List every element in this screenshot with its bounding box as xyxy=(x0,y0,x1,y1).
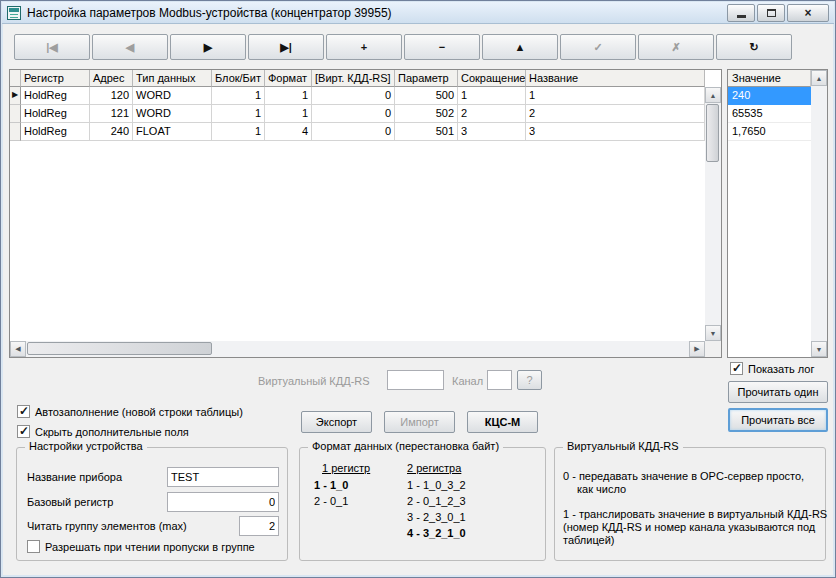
window-controls: × xyxy=(727,4,834,22)
maximize-button[interactable] xyxy=(757,4,785,22)
close-button[interactable]: × xyxy=(787,4,829,22)
title-bar[interactable]: Настройка параметров Modbus-устройства (… xyxy=(2,2,834,24)
scrollbar-thumb[interactable] xyxy=(27,342,212,355)
grid-cell[interactable]: 2 xyxy=(526,105,705,123)
virtual-kdd-info-line: таблицей) xyxy=(563,534,615,546)
show-log-checkbox[interactable]: Показать лог xyxy=(730,362,815,375)
scroll-up-icon[interactable]: ▲ xyxy=(811,70,827,86)
value-row[interactable]: 65535 xyxy=(728,105,811,123)
grid-cell[interactable]: 0 xyxy=(312,105,395,123)
grid-cell[interactable]: 1 xyxy=(212,87,265,105)
grid-cell[interactable]: HoldReg xyxy=(21,87,90,105)
value-row[interactable]: 1,7650 xyxy=(728,123,811,141)
checkbox-checked-icon xyxy=(17,425,30,438)
column-header-address: Адрес xyxy=(90,70,133,87)
column-header-register: Регистр xyxy=(21,70,90,87)
checkbox-checked-icon xyxy=(17,405,30,418)
scroll-left-icon[interactable]: ◀ xyxy=(10,341,26,357)
hide-fields-checkbox-label: Скрыть дополнительные поля xyxy=(35,426,189,438)
autofill-checkbox[interactable]: Автозаполнение (новой строки таблицы) xyxy=(17,405,243,418)
scroll-down-icon[interactable]: ▼ xyxy=(705,325,721,341)
hide-fields-checkbox[interactable]: Скрыть дополнительные поля xyxy=(17,425,189,438)
modbus-settings-window: Настройка параметров Modbus-устройства (… xyxy=(0,0,836,578)
grid-cell[interactable]: 240 xyxy=(90,123,133,141)
read-all-button[interactable]: Прочитать все xyxy=(728,408,828,432)
scrollbar-thumb[interactable] xyxy=(706,104,719,162)
grid-cell[interactable]: 3 xyxy=(526,123,705,141)
format-option: 1 - 1_0 xyxy=(314,479,348,491)
scroll-down-icon[interactable]: ▼ xyxy=(811,341,827,357)
grid-cell[interactable]: HoldReg xyxy=(21,105,90,123)
grid-cell[interactable]: 502 xyxy=(395,105,458,123)
channel-input xyxy=(487,370,512,390)
virtual-kdd-info-line: как число xyxy=(577,483,626,495)
grid-cell[interactable]: 1 xyxy=(458,87,526,105)
grid-cell[interactable]: 120 xyxy=(90,87,133,105)
value-row-selected[interactable]: 240 xyxy=(728,87,811,105)
table-row[interactable]: HoldReg 240 FLOAT 1 4 0 501 3 3 xyxy=(10,123,721,141)
grid-cell[interactable]: 1 xyxy=(212,105,265,123)
virtual-kdd-info-line: (номер КДД-RS и номер канала указываются… xyxy=(563,521,815,533)
nav-delete-button[interactable]: − xyxy=(404,34,480,60)
grid-cell[interactable]: 1 xyxy=(265,87,312,105)
device-name-label: Название прибора xyxy=(27,471,122,483)
virtual-kdd-label: Виртуальный КДД-RS xyxy=(258,375,370,387)
one-register-header: 1 регистр xyxy=(322,462,370,474)
table-row[interactable]: HoldReg 121 WORD 1 1 0 502 2 2 xyxy=(10,105,721,123)
grid-cell[interactable]: 1 xyxy=(526,87,705,105)
nav-cancel-button: ✗ xyxy=(638,34,714,60)
format-option: 2 - 0_1 xyxy=(314,495,348,507)
allow-gaps-checkbox[interactable]: Разрешать при чтении пропуски в группе xyxy=(27,540,255,553)
read-group-input[interactable] xyxy=(239,516,279,536)
grid-cell[interactable]: 1 xyxy=(212,123,265,141)
nav-insert-button[interactable]: + xyxy=(326,34,402,60)
nav-refresh-button[interactable]: ↻ xyxy=(716,34,792,60)
grid-cell[interactable]: 1 xyxy=(265,105,312,123)
grid-cell[interactable]: 121 xyxy=(90,105,133,123)
kcsm-button[interactable]: КЦС-М xyxy=(467,411,538,433)
base-register-input[interactable] xyxy=(167,492,279,512)
column-header-virt-kdd: [Вирт. КДД-RS] xyxy=(312,70,395,87)
grid-cell[interactable]: 501 xyxy=(395,123,458,141)
grid-cell[interactable]: 2 xyxy=(458,105,526,123)
export-button[interactable]: Экспорт xyxy=(301,411,372,433)
column-header-abbreviation: Сокращение xyxy=(458,70,526,87)
grid-vertical-scrollbar[interactable]: ▲ ▼ xyxy=(705,87,721,341)
scroll-right-icon[interactable]: ▶ xyxy=(689,341,705,357)
row-indicator xyxy=(10,123,21,141)
grid-cell[interactable]: FLOAT xyxy=(133,123,212,141)
minimize-button[interactable] xyxy=(727,4,755,22)
nav-edit-button[interactable]: ▲ xyxy=(482,34,558,60)
current-row-indicator-icon: ▶ xyxy=(10,87,21,105)
grid-header-indicator xyxy=(10,70,21,87)
grid-cell[interactable]: WORD xyxy=(133,105,212,123)
format-option: 4 - 3_2_1_0 xyxy=(407,527,466,539)
device-name-input[interactable] xyxy=(167,467,279,487)
format-option: 1 - 1_0_3_2 xyxy=(407,479,466,491)
read-one-button[interactable]: Прочитать один xyxy=(728,381,828,403)
table-row[interactable]: ▶ HoldReg 120 WORD 1 1 0 500 1 1 xyxy=(10,87,721,105)
scroll-up-icon[interactable]: ▲ xyxy=(705,87,721,103)
virtual-kdd-group: Виртуальный КДД-RS 0 - передавать значен… xyxy=(554,447,826,561)
checkbox-unchecked-icon xyxy=(27,540,40,553)
grid-cell[interactable]: 3 xyxy=(458,123,526,141)
column-header-datatype: Тип данных xyxy=(133,70,212,87)
values-vertical-scrollbar[interactable]: ▲ ▼ xyxy=(811,70,827,357)
nav-first-button: |◀ xyxy=(14,34,90,60)
virtual-kdd-info-line: 1 - транслировать значение в виртуальный… xyxy=(563,508,827,520)
grid-cell[interactable]: WORD xyxy=(133,87,212,105)
grid-cell[interactable]: 500 xyxy=(395,87,458,105)
grid-cell[interactable]: 0 xyxy=(312,123,395,141)
grid-horizontal-scrollbar[interactable]: ◀ ▶ xyxy=(10,341,705,357)
grid-cell[interactable]: 4 xyxy=(265,123,312,141)
device-settings-group-title: Настройки устройства xyxy=(25,440,147,452)
row-indicator xyxy=(10,105,21,123)
two-registers-header: 2 регистра xyxy=(407,462,461,474)
grid-cell[interactable]: HoldReg xyxy=(21,123,90,141)
nav-last-button[interactable]: ▶| xyxy=(248,34,324,60)
allow-gaps-checkbox-label: Разрешать при чтении пропуски в группе xyxy=(45,541,255,553)
nav-next-button[interactable]: ▶ xyxy=(170,34,246,60)
registers-grid: Регистр Адрес Тип данных Блок/Бит Формат… xyxy=(9,69,722,358)
grid-cell[interactable]: 0 xyxy=(312,87,395,105)
virtual-kdd-group-title: Виртуальный КДД-RS xyxy=(563,440,683,452)
